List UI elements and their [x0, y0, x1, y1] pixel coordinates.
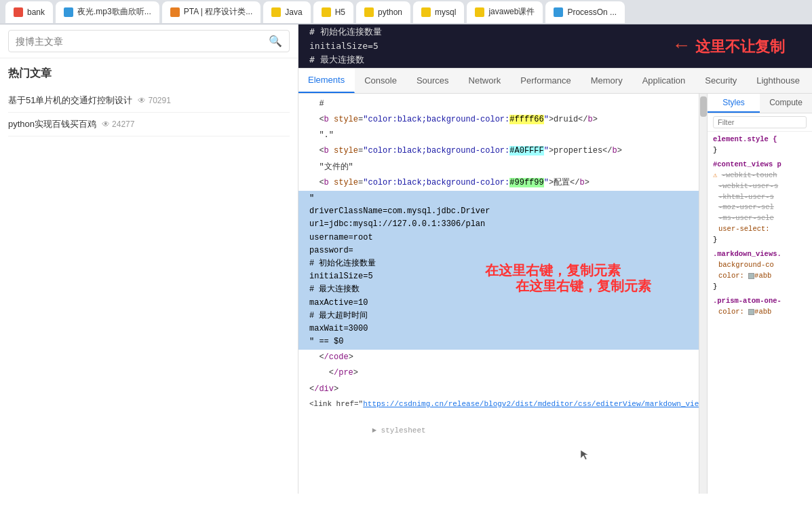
search-input-wrapper[interactable]: 🔍 [8, 30, 290, 52]
tab-network[interactable]: Network [459, 69, 511, 93]
selected-line: " == $0 [309, 335, 693, 348]
eye-icon: 👁 [138, 96, 146, 105]
warning-icon: ⚠ [713, 171, 717, 179]
tab-favicon-bank [14, 7, 23, 17]
styles-filter-input[interactable] [713, 116, 807, 128]
tab-favicon-processon [554, 7, 563, 17]
tab-bank[interactable]: bank [5, 1, 53, 23]
styles-filter [708, 113, 812, 132]
svg-marker-0 [581, 450, 588, 460]
style-rule-close: } [713, 145, 807, 156]
cursor-icon [579, 449, 589, 461]
elem-line: <b style="color:black;background-color:#… [298, 143, 699, 159]
tab-label-mysql: mysql [435, 7, 456, 17]
tab-pta[interactable]: PTA | 程序设计类... [162, 1, 261, 23]
search-input[interactable] [16, 36, 263, 47]
tab-label-bank: bank [27, 7, 45, 17]
tab-label-processon: ProcessOn ... [567, 7, 617, 17]
tab-memory-label: Memory [591, 75, 623, 86]
style-rule-close-3: } [713, 282, 807, 293]
tab-network-label: Network [469, 75, 501, 86]
elements-panel: # <b style="color:black;background-color… [298, 94, 699, 494]
tab-styles[interactable]: Styles [708, 94, 760, 113]
bottom-link-line: <link href="https://csdnimg.cn/release/b… [298, 397, 699, 412]
style-rule-prism: .prism-atom-one- color: #abb [713, 296, 807, 318]
selected-block[interactable]: " driverClassName=com.mysql.jdbc.Driver … [298, 191, 699, 350]
style-warning-1: ⚠ -webkit-touch [713, 170, 807, 181]
style-prop-color-2: color: #abb [713, 307, 807, 318]
main-area: 🔍 热门文章 基于51单片机的交通灯控制设计 👁 70291 python实现百… [0, 24, 812, 494]
styles-panel: Styles Compute element.style { } [707, 94, 812, 494]
code-area: username=root password= # 初始化连接数量 initia… [298, 24, 812, 68]
tab-processon[interactable]: ProcessOn ... [545, 1, 625, 23]
tab-elements[interactable]: Elements [298, 69, 355, 93]
tab-label-python: python [378, 7, 402, 17]
style-prop-moz: -moz-user-sel [713, 202, 807, 213]
tab-python[interactable]: python [356, 1, 410, 23]
devtools-tabs: Elements Console Sources Network Perform… [298, 69, 812, 94]
style-rule-element: element.style { } [713, 134, 807, 156]
hot-articles-section: 热门文章 基于51单片机的交通灯控制设计 👁 70291 python实现百钱买… [0, 58, 298, 494]
style-prop-user-select: user-select: [713, 224, 807, 235]
annotation-text: 这里不让复制 [695, 34, 785, 58]
tab-java[interactable]: Java [263, 1, 310, 23]
selected-line: maxWait=3000 [309, 323, 693, 335]
tab-favicon-javaweb [475, 7, 484, 17]
tab-application-label: Application [642, 75, 686, 86]
tab-favicon-java [271, 7, 281, 17]
strikethrough-prop-1: -webkit-touch [722, 171, 777, 179]
selected-line: " [309, 192, 693, 205]
scrollbar-thumb [700, 96, 707, 117]
style-rule-close-2: } [713, 235, 807, 246]
elem-line: </div> [298, 382, 699, 397]
tab-sources-label: Sources [417, 75, 449, 86]
tab-label-mp3: 夜光.mp3歌曲欣听... [77, 6, 151, 18]
tab-mp3[interactable]: 夜光.mp3歌曲欣听... [56, 1, 159, 23]
tab-computed[interactable]: Compute [760, 94, 812, 113]
elem-line: </pre> [298, 365, 699, 381]
tab-sources[interactable]: Sources [407, 69, 459, 93]
tab-lighthouse-label: Lighthouse [756, 75, 800, 86]
tab-label-javaweb: javaweb课件 [488, 6, 535, 18]
list-item[interactable]: python实现百钱买百鸡 👁 24277 [8, 113, 290, 136]
tab-mysql[interactable]: mysql [413, 1, 464, 23]
article-views-1: 👁 70291 [138, 96, 170, 105]
selected-line: # 最大连接数 [309, 283, 693, 296]
search-icon: 🔍 [269, 35, 282, 48]
elements-scroll[interactable]: # <b style="color:black;background-color… [298, 94, 699, 494]
selected-line: username=root [309, 232, 693, 244]
annotation-arrow: ← 这里不让复制 [676, 31, 785, 62]
elem-line: "." [298, 128, 699, 143]
cursor-area [507, 437, 589, 478]
style-rule-selector-3: .markdown_views. [713, 249, 807, 260]
link-href[interactable]: https://csdnimg.cn/release/blogv2/dist/m… [363, 400, 699, 408]
style-rule-content-views: #content_views p ⚠ -webkit-touch -webkit… [713, 160, 807, 245]
devtools-scrollbar[interactable] [699, 94, 707, 494]
selected-line: maxActive=10 [309, 297, 693, 310]
tab-performance-label: Performance [520, 75, 571, 86]
tab-performance[interactable]: Performance [511, 69, 581, 93]
article-title-2: python实现百钱买百鸡 [8, 118, 96, 130]
tab-security-label: Security [705, 75, 737, 86]
hot-articles-title: 热门文章 [8, 67, 290, 81]
elem-line: "文件的" [298, 160, 699, 175]
tab-favicon-pta [170, 7, 180, 17]
style-prop-color: color: #abb [713, 271, 807, 282]
tab-security[interactable]: Security [695, 69, 747, 93]
selected-line: # 最大超时时间 [309, 310, 693, 323]
article-views-2: 👁 24277 [102, 120, 134, 129]
selected-line: # 初始化连接数量 [309, 257, 693, 270]
tab-console[interactable]: Console [355, 69, 407, 93]
tab-application[interactable]: Application [633, 69, 696, 93]
tab-memory[interactable]: Memory [581, 69, 633, 93]
tab-javaweb[interactable]: javaweb课件 [467, 1, 543, 23]
selected-line: initialSize=5 [309, 270, 693, 283]
devtools-main: # <b style="color:black;background-color… [298, 94, 812, 494]
arrow-icon: ← [676, 31, 687, 62]
tab-label-h5: H5 [335, 7, 345, 17]
style-prop-khtml: -khtml-user-s [713, 192, 807, 203]
list-item[interactable]: 基于51单片机的交通灯控制设计 👁 70291 [8, 89, 290, 113]
style-rule-selector: element.style { [713, 134, 807, 145]
tab-lighthouse[interactable]: Lighthouse [747, 69, 810, 93]
tab-h5[interactable]: H5 [313, 1, 353, 23]
